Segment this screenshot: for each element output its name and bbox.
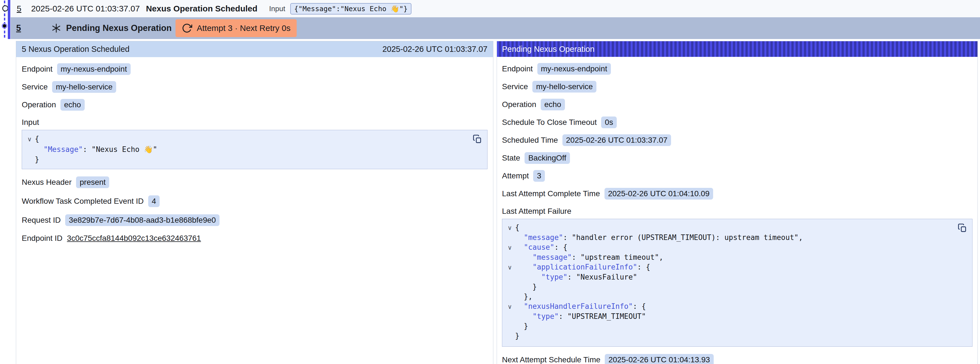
field-label: Operation xyxy=(502,100,536,109)
field-label: Endpoint ID xyxy=(22,234,62,243)
json-text: : { xyxy=(554,243,568,251)
json-text: : { xyxy=(633,302,646,310)
left-panel-title: 5 Nexus Operation Scheduled xyxy=(22,45,129,54)
pending-asterisk-icon xyxy=(51,23,62,34)
field-service: Service my-hello-service xyxy=(502,81,972,93)
copy-icon xyxy=(958,223,968,233)
json-text xyxy=(515,302,524,310)
field-label: State xyxy=(502,153,520,163)
json-text: : { xyxy=(637,263,650,271)
endpoint-id-link[interactable]: 3c0c75ccfa8144b092c13ce632463761 xyxy=(67,234,201,243)
event-input-label: Input xyxy=(269,5,285,13)
failure-json-viewer: ∨{ "message": "handler error (UPSTREAM_T… xyxy=(502,219,972,347)
json-line: } xyxy=(504,331,953,341)
field-value-badge: my-nexus-endpoint xyxy=(57,63,130,75)
field-label: Service xyxy=(502,82,528,91)
json-line: ∨{ xyxy=(24,134,468,144)
json-text: { xyxy=(515,223,520,231)
json-text: : "Nexus Echo 👋" xyxy=(83,145,157,153)
event-input-chip[interactable]: {"Message":"Nexus Echo 👋"} xyxy=(290,3,412,14)
copy-button[interactable] xyxy=(473,134,483,144)
field-value-badge: 3e829b7e-7d67-4b08-aad3-b1e868bfe9e0 xyxy=(65,214,220,226)
field-endpoint-id: Endpoint ID 3c0c75ccfa8144b092c13ce63246… xyxy=(22,234,487,243)
collapse-chevron-icon[interactable]: ∨ xyxy=(504,223,515,233)
json-text: : "upstream timeout", xyxy=(572,253,663,262)
field-operation: Operation echo xyxy=(22,99,487,111)
field-service: Service my-hello-service xyxy=(22,81,487,93)
json-line: } xyxy=(24,155,468,164)
json-line: } xyxy=(504,321,953,331)
field-value-badge: 3 xyxy=(533,170,545,182)
json-text xyxy=(515,263,533,271)
collapse-chevron-icon[interactable]: ∨ xyxy=(504,302,515,311)
pending-title: Pending Nexus Operation xyxy=(66,23,172,33)
event-detail-area: 5 Nexus Operation Scheduled 2025-02-26 U… xyxy=(16,41,978,364)
field-label: Operation xyxy=(22,101,56,109)
event-title: Nexus Operation Scheduled xyxy=(146,4,258,13)
json-line: "message": "handler error (UPSTREAM_TIME… xyxy=(504,233,953,243)
json-text: : "handler error (UPSTREAM_TIMEOUT): ups… xyxy=(563,233,803,242)
pending-operation-row[interactable]: 5 Pending Nexus Operation Attempt 3 · Ne… xyxy=(11,17,980,39)
collapse-chevron-icon[interactable]: ∨ xyxy=(504,243,515,252)
json-text xyxy=(515,243,524,251)
event-timestamp: 2025-02-26 UTC 01:03:37.07 xyxy=(31,4,140,13)
input-json-viewer: ∨{ "Message": "Nexus Echo 👋" } xyxy=(22,130,487,169)
json-line: } xyxy=(504,282,953,292)
field-label: Attempt xyxy=(502,171,529,180)
json-line: ∨ "cause": { xyxy=(504,243,953,252)
json-text: } xyxy=(35,155,39,164)
event-row-nexus-operation-scheduled[interactable]: 5 2025-02-26 UTC 01:03:37.07 Nexus Opera… xyxy=(11,0,980,17)
json-text xyxy=(515,233,524,242)
json-key: "message" xyxy=(524,233,563,242)
json-key: "cause" xyxy=(524,243,554,251)
json-text: { xyxy=(35,135,39,143)
field-workflow-task-completed-event-id: Workflow Task Completed Event ID 4 xyxy=(22,195,487,207)
field-operation: Operation echo xyxy=(502,99,972,110)
retry-icon xyxy=(181,23,192,34)
copy-button[interactable] xyxy=(958,223,968,233)
field-value-badge: my-hello-service xyxy=(532,81,597,93)
json-line: "Message": "Nexus Echo 👋" xyxy=(24,144,468,155)
left-panel-header: 5 Nexus Operation Scheduled 2025-02-26 U… xyxy=(16,41,493,57)
json-text: }, xyxy=(515,292,533,301)
field-label: Scheduled Time xyxy=(502,136,558,145)
field-nexus-header: Nexus Header present xyxy=(22,176,487,188)
field-label: Nexus Header xyxy=(22,178,72,187)
nexus-operation-scheduled-panel: 5 Nexus Operation Scheduled 2025-02-26 U… xyxy=(16,41,493,364)
right-panel-title: Pending Nexus Operation xyxy=(502,45,595,54)
field-label: Endpoint xyxy=(502,64,533,73)
json-text: : "NexusFailure" xyxy=(568,273,637,281)
field-state: State BackingOff xyxy=(502,152,972,164)
field-value-badge: present xyxy=(76,176,109,188)
field-next-attempt-schedule-time: Next Attempt Schedule Time 2025-02-26 UT… xyxy=(502,354,972,364)
json-key: "applicationFailureInfo" xyxy=(533,263,637,271)
field-value-badge: 2025-02-26 UTC 01:04:10.09 xyxy=(605,188,713,200)
json-text: } xyxy=(515,332,520,340)
json-text: } xyxy=(515,322,528,330)
field-scheduled-time: Scheduled Time 2025-02-26 UTC 01:03:37.0… xyxy=(502,134,972,146)
field-label: Workflow Task Completed Event ID xyxy=(22,197,144,206)
pending-id-link[interactable]: 5 xyxy=(16,23,21,33)
json-text xyxy=(515,253,533,262)
input-section-label: Input xyxy=(22,118,487,127)
field-label: Request ID xyxy=(22,216,61,225)
json-text: : "UPSTREAM_TIMEOUT" xyxy=(559,312,646,321)
collapse-chevron-icon[interactable]: ∨ xyxy=(504,263,515,272)
event-id-link[interactable]: 5 xyxy=(17,4,21,13)
json-line: ∨ "nexusHandlerFailureInfo": { xyxy=(504,302,953,311)
field-label: Last Attempt Complete Time xyxy=(502,189,600,198)
collapse-chevron-icon[interactable]: ∨ xyxy=(24,134,35,144)
json-line: ∨ "applicationFailureInfo": { xyxy=(504,262,953,272)
left-panel-timestamp: 2025-02-26 UTC 01:03:37.07 xyxy=(382,45,487,54)
right-panel-header: Pending Nexus Operation xyxy=(497,41,977,57)
json-key: "type" xyxy=(533,312,559,321)
json-line: "type": "NexusFailure" xyxy=(504,272,953,282)
json-line: "type": "UPSTREAM_TIMEOUT" xyxy=(504,311,953,321)
json-text xyxy=(515,312,533,321)
field-request-id: Request ID 3e829b7e-7d67-4b08-aad3-b1e86… xyxy=(22,214,487,226)
field-label: Service xyxy=(22,83,48,91)
field-value-badge: echo xyxy=(60,99,85,111)
last-attempt-failure-label: Last Attempt Failure xyxy=(502,207,972,216)
field-attempt: Attempt 3 xyxy=(502,170,972,182)
field-schedule-to-close-timeout: Schedule To Close Timeout 0s xyxy=(502,117,972,128)
